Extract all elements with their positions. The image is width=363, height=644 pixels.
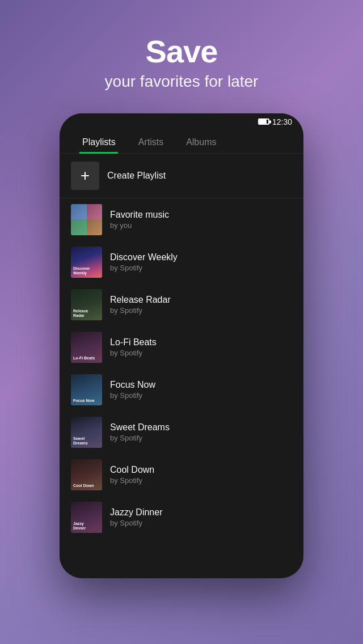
playlist-name: Lo-Fi Beats: [110, 337, 292, 348]
playlist-info: Discover Weekly by Spotify: [110, 252, 292, 272]
playlist-info: Favorite music by you: [110, 210, 292, 230]
thumb-label: DiscoverWeekly: [73, 266, 90, 275]
list-item[interactable]: ReleaseRadar Release Radar by Spotify: [60, 283, 303, 326]
tab-albums[interactable]: Albums: [175, 130, 227, 153]
plus-icon: +: [81, 168, 90, 184]
battery-icon: [258, 118, 269, 125]
playlist-thumbnail-lofi: Lo-Fi Beats: [71, 332, 102, 363]
playlist-creator: by Spotify: [110, 264, 292, 272]
create-playlist-icon: +: [71, 162, 99, 190]
playlist-thumbnail-favorite: [71, 204, 102, 235]
thumb-label: SweetDreams: [73, 437, 88, 445]
hero-title: Save: [11, 34, 352, 69]
playlist-name: Focus Now: [110, 380, 292, 390]
thumb-label: Focus Now: [73, 399, 94, 403]
status-bar: 12:30: [60, 113, 303, 130]
playlist-creator: by Spotify: [110, 306, 292, 315]
list-item[interactable]: Lo-Fi Beats Lo-Fi Beats by Spotify: [60, 326, 303, 368]
tab-playlists[interactable]: Playlists: [71, 130, 127, 153]
playlist-creator: by Spotify: [110, 349, 292, 357]
playlist-info: Lo-Fi Beats by Spotify: [110, 337, 292, 357]
playlist-name: Favorite music: [110, 210, 292, 220]
playlist-thumbnail-discover: DiscoverWeekly: [71, 247, 102, 278]
tab-artists[interactable]: Artists: [127, 130, 175, 153]
playlist-creator: by Spotify: [110, 519, 292, 527]
playlist-creator: by you: [110, 221, 292, 230]
phone-mockup: 12:30 Playlists Artists Albums + Create …: [60, 113, 303, 578]
clock-display: 12:30: [272, 117, 292, 126]
status-time: 12:30: [258, 117, 292, 126]
playlist-name: Sweet Dreams: [110, 422, 292, 433]
playlist-name: Jazzy Dinner: [110, 507, 292, 518]
list-item[interactable]: Favorite music by you: [60, 198, 303, 241]
create-playlist-label: Create Playlist: [107, 171, 166, 181]
list-item[interactable]: DiscoverWeekly Discover Weekly by Spotif…: [60, 241, 303, 283]
playlist-content: + Create Playlist Favorite music by you: [60, 154, 303, 573]
playlist-info: Cool Down by Spotify: [110, 465, 292, 485]
thumb-label: ReleaseRadar: [73, 309, 88, 317]
list-item[interactable]: Cool Down Cool Down by Spotify: [60, 454, 303, 496]
playlist-thumbnail-focus: Focus Now: [71, 374, 102, 405]
playlist-info: Focus Now by Spotify: [110, 380, 292, 400]
playlist-thumbnail-radar: ReleaseRadar: [71, 289, 102, 320]
playlist-name: Cool Down: [110, 465, 292, 475]
playlist-info: Jazzy Dinner by Spotify: [110, 507, 292, 527]
playlist-name: Release Radar: [110, 295, 292, 305]
playlist-creator: by Spotify: [110, 434, 292, 442]
playlist-creator: by Spotify: [110, 391, 292, 400]
playlist-thumbnail-dreams: SweetDreams: [71, 417, 102, 448]
playlist-info: Release Radar by Spotify: [110, 295, 292, 315]
list-item[interactable]: SweetDreams Sweet Dreams by Spotify: [60, 411, 303, 454]
list-item[interactable]: Focus Now Focus Now by Spotify: [60, 368, 303, 411]
thumb-label: Cool Down: [73, 484, 94, 488]
tabs-bar: Playlists Artists Albums: [60, 130, 303, 154]
thumb-label: Lo-Fi Beats: [73, 356, 95, 361]
playlist-thumbnail-cooldown: Cool Down: [71, 459, 102, 490]
hero-subtitle: your favorites for later: [11, 73, 352, 91]
hero-section: Save your favorites for later: [0, 0, 363, 108]
list-item[interactable]: JazzyDinner Jazzy Dinner by Spotify: [60, 496, 303, 539]
create-playlist-button[interactable]: + Create Playlist: [60, 154, 303, 198]
thumb-label: JazzyDinner: [73, 522, 86, 530]
playlist-creator: by Spotify: [110, 476, 292, 485]
playlist-thumbnail-jazzy: JazzyDinner: [71, 502, 102, 533]
playlist-name: Discover Weekly: [110, 252, 292, 262]
playlist-info: Sweet Dreams by Spotify: [110, 422, 292, 442]
